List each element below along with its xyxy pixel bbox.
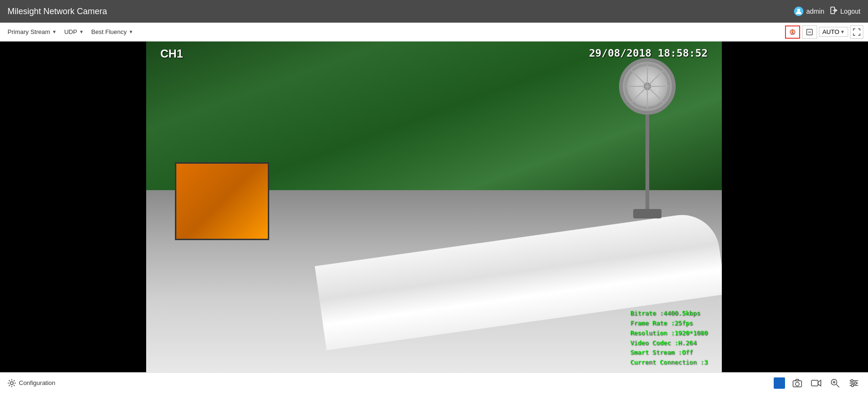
toolbar: Primary Stream ▼ UDP ▼ Best Fluency ▼ 🏃 … <box>0 23 868 42</box>
quality-chevron-icon: ▼ <box>129 29 133 34</box>
auto-dropdown[interactable]: AUTO ▼ <box>819 27 848 37</box>
video-feed: CH1 29/08/2018 18:58:52 Bitrate :4400.5k… <box>0 42 868 372</box>
config-gear-icon <box>8 379 16 387</box>
monitor <box>175 162 269 240</box>
fan-head <box>619 58 676 115</box>
stream-label: Primary Stream <box>8 28 50 35</box>
stat-framerate: Frame Rate :25fps <box>630 318 708 328</box>
user-avatar <box>794 7 803 16</box>
svg-point-24 <box>854 382 857 384</box>
logout-label: Logout <box>840 8 860 15</box>
protocol-label: UDP <box>64 28 77 35</box>
header: Milesight Network Camera admin Logout <box>0 0 868 23</box>
resize-button[interactable] <box>802 25 817 39</box>
svg-point-12 <box>10 382 13 385</box>
svg-rect-15 <box>811 380 818 386</box>
bottom-bar: Configuration <box>0 372 868 393</box>
app-title: Milesight Network Camera <box>8 7 107 17</box>
bottom-controls <box>774 376 860 390</box>
stat-smartstream: Smart Stream :Off <box>630 348 708 358</box>
config-label: Configuration <box>19 379 55 386</box>
fan-pole <box>645 115 649 209</box>
black-right-bar <box>722 42 868 372</box>
record-button[interactable] <box>810 376 823 390</box>
svg-point-25 <box>851 384 854 386</box>
username-label: admin <box>806 8 824 15</box>
stat-resolution: Resolution :1920*1080 <box>630 328 708 338</box>
zoom-button[interactable] <box>828 376 842 390</box>
channel-label: CH1 <box>160 47 183 60</box>
stat-connection: Current Connection :3 <box>630 358 708 368</box>
stream-dropdown[interactable]: Primary Stream ▼ <box>5 26 59 37</box>
stat-bitrate: Bitrate :4400.5kbps <box>630 309 708 318</box>
live-view-button[interactable] <box>774 377 785 389</box>
stat-codec: Video Codec :H.264 <box>630 338 708 348</box>
svg-line-17 <box>836 385 839 387</box>
quality-label: Best Fluency <box>91 28 127 35</box>
fan <box>619 58 676 223</box>
snapshot-button[interactable] <box>791 376 804 390</box>
fan-base <box>633 209 661 218</box>
stream-chevron-icon: ▼ <box>52 29 57 34</box>
logout-button[interactable]: Logout <box>830 6 860 17</box>
svg-text:🏃: 🏃 <box>790 29 796 35</box>
svg-point-14 <box>795 382 799 386</box>
camera-scene: CH1 29/08/2018 18:58:52 Bitrate :4400.5k… <box>146 42 722 372</box>
black-left-bar <box>0 42 146 372</box>
protocol-dropdown[interactable]: UDP ▼ <box>61 26 86 37</box>
stop-stream-button[interactable]: 🏃 <box>785 25 800 39</box>
settings-button[interactable] <box>847 376 860 390</box>
timestamp-label: 29/08/2018 18:58:52 <box>589 47 708 59</box>
quality-dropdown[interactable]: Best Fluency ▼ <box>89 26 136 37</box>
configuration-button[interactable]: Configuration <box>8 379 55 387</box>
protocol-chevron-icon: ▼ <box>79 29 84 34</box>
header-controls: admin Logout <box>794 6 860 17</box>
svg-point-0 <box>797 9 800 12</box>
user-info: admin <box>794 7 824 16</box>
auto-label: AUTO <box>822 28 839 35</box>
fullscreen-button[interactable] <box>850 25 863 39</box>
logout-icon <box>830 6 838 17</box>
svg-point-23 <box>851 379 853 382</box>
video-stats: Bitrate :4400.5kbps Frame Rate :25fps Re… <box>630 309 708 368</box>
auto-chevron-icon: ▼ <box>840 29 845 34</box>
